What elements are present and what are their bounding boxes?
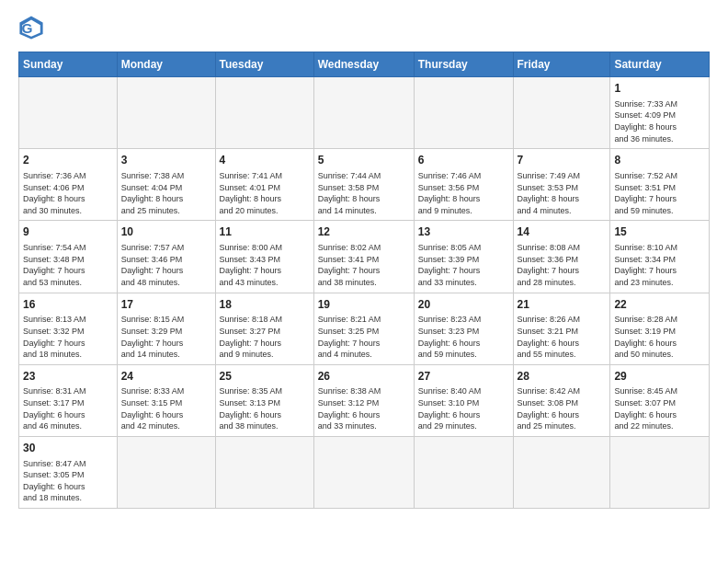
logo: G [18,15,48,40]
calendar-cell: 29Sunrise: 8:45 AM Sunset: 3:07 PM Dayli… [610,364,710,436]
day-info: Sunrise: 8:38 AM Sunset: 3:12 PM Dayligh… [318,385,410,431]
calendar-cell: 4Sunrise: 7:41 AM Sunset: 4:01 PM Daylig… [215,149,313,221]
day-number: 2 [23,153,113,168]
calendar-cell: 21Sunrise: 8:26 AM Sunset: 3:21 PM Dayli… [513,293,610,364]
day-number: 22 [614,297,705,313]
calendar-cell: 28Sunrise: 8:42 AM Sunset: 3:08 PM Dayli… [513,364,610,436]
calendar-cell [313,436,414,508]
calendar-cell: 7Sunrise: 7:49 AM Sunset: 3:53 PM Daylig… [513,149,610,221]
calendar-cell: 3Sunrise: 7:38 AM Sunset: 4:04 PM Daylig… [117,149,215,221]
calendar-cell: 17Sunrise: 8:15 AM Sunset: 3:29 PM Dayli… [117,293,215,364]
day-number: 7 [518,153,607,168]
day-number: 28 [518,369,607,385]
weekday-header-sunday: Sunday [19,52,118,77]
day-info: Sunrise: 8:23 AM Sunset: 3:23 PM Dayligh… [418,314,509,360]
day-info: Sunrise: 7:52 AM Sunset: 3:51 PM Dayligh… [614,170,705,216]
calendar-week-row: 23Sunrise: 8:31 AM Sunset: 3:17 PM Dayli… [19,364,710,436]
weekday-header-thursday: Thursday [414,52,513,77]
day-info: Sunrise: 8:28 AM Sunset: 3:19 PM Dayligh… [614,314,705,360]
calendar-week-row: 9Sunrise: 7:54 AM Sunset: 3:48 PM Daylig… [19,221,710,293]
day-info: Sunrise: 8:45 AM Sunset: 3:07 PM Dayligh… [614,385,705,431]
calendar-cell [19,77,118,149]
calendar-table: SundayMondayTuesdayWednesdayThursdayFrid… [18,52,710,509]
day-number: 3 [121,153,211,168]
day-info: Sunrise: 8:08 AM Sunset: 3:36 PM Dayligh… [518,242,607,288]
calendar-cell [313,77,414,149]
weekday-header-monday: Monday [117,52,215,77]
day-number: 6 [418,153,509,168]
day-number: 21 [518,297,607,313]
calendar-cell: 2Sunrise: 7:36 AM Sunset: 4:06 PM Daylig… [19,149,118,221]
weekday-header-saturday: Saturday [610,52,710,77]
day-number: 26 [318,369,410,385]
day-number: 16 [23,297,113,313]
day-number: 15 [614,224,705,240]
day-info: Sunrise: 8:13 AM Sunset: 3:32 PM Dayligh… [23,314,113,360]
day-number: 14 [518,224,607,240]
day-number: 4 [220,153,310,168]
weekday-header-friday: Friday [513,52,610,77]
day-number: 10 [121,224,211,240]
day-info: Sunrise: 7:46 AM Sunset: 3:56 PM Dayligh… [418,170,509,216]
calendar-week-row: 1Sunrise: 7:33 AM Sunset: 4:09 PM Daylig… [19,77,710,149]
calendar-cell: 18Sunrise: 8:18 AM Sunset: 3:27 PM Dayli… [215,293,313,364]
calendar-cell: 11Sunrise: 8:00 AM Sunset: 3:43 PM Dayli… [215,221,313,293]
day-number: 11 [220,224,310,240]
calendar-cell: 13Sunrise: 8:05 AM Sunset: 3:39 PM Dayli… [414,221,513,293]
generalblue-logo-icon: G [18,15,44,40]
calendar-week-row: 2Sunrise: 7:36 AM Sunset: 4:06 PM Daylig… [19,149,710,221]
calendar-cell [513,77,610,149]
calendar-cell [513,436,610,508]
day-info: Sunrise: 8:21 AM Sunset: 3:25 PM Dayligh… [318,314,410,360]
day-info: Sunrise: 8:05 AM Sunset: 3:39 PM Dayligh… [418,242,509,288]
calendar-cell: 30Sunrise: 8:47 AM Sunset: 3:05 PM Dayli… [19,436,118,508]
day-info: Sunrise: 8:00 AM Sunset: 3:43 PM Dayligh… [220,242,310,288]
calendar-cell [610,436,710,508]
day-number: 12 [318,224,410,240]
day-number: 1 [614,81,705,97]
day-number: 27 [418,369,509,385]
day-info: Sunrise: 8:42 AM Sunset: 3:08 PM Dayligh… [518,385,607,431]
calendar-cell: 15Sunrise: 8:10 AM Sunset: 3:34 PM Dayli… [610,221,710,293]
calendar-cell: 9Sunrise: 7:54 AM Sunset: 3:48 PM Daylig… [19,221,118,293]
day-number: 19 [318,297,410,313]
calendar-cell: 19Sunrise: 8:21 AM Sunset: 3:25 PM Dayli… [313,293,414,364]
calendar-week-row: 30Sunrise: 8:47 AM Sunset: 3:05 PM Dayli… [19,436,710,508]
calendar-cell: 23Sunrise: 8:31 AM Sunset: 3:17 PM Dayli… [19,364,118,436]
day-number: 24 [121,369,211,385]
day-info: Sunrise: 7:41 AM Sunset: 4:01 PM Dayligh… [220,170,310,216]
calendar-cell: 22Sunrise: 8:28 AM Sunset: 3:19 PM Dayli… [610,293,710,364]
calendar-cell: 1Sunrise: 7:33 AM Sunset: 4:09 PM Daylig… [610,77,710,149]
calendar-cell: 14Sunrise: 8:08 AM Sunset: 3:36 PM Dayli… [513,221,610,293]
weekday-header-tuesday: Tuesday [215,52,313,77]
calendar-header-row: SundayMondayTuesdayWednesdayThursdayFrid… [19,52,710,77]
day-info: Sunrise: 8:47 AM Sunset: 3:05 PM Dayligh… [23,458,113,504]
day-info: Sunrise: 8:31 AM Sunset: 3:17 PM Dayligh… [23,385,113,431]
day-info: Sunrise: 7:33 AM Sunset: 4:09 PM Dayligh… [614,98,705,144]
calendar-cell: 16Sunrise: 8:13 AM Sunset: 3:32 PM Dayli… [19,293,118,364]
day-number: 5 [318,153,410,168]
day-info: Sunrise: 8:02 AM Sunset: 3:41 PM Dayligh… [318,242,410,288]
day-number: 17 [121,297,211,313]
calendar-cell: 5Sunrise: 7:44 AM Sunset: 3:58 PM Daylig… [313,149,414,221]
calendar-cell: 25Sunrise: 8:35 AM Sunset: 3:13 PM Dayli… [215,364,313,436]
day-number: 25 [220,369,310,385]
day-info: Sunrise: 7:36 AM Sunset: 4:06 PM Dayligh… [23,170,113,216]
day-info: Sunrise: 8:35 AM Sunset: 3:13 PM Dayligh… [220,385,310,431]
day-info: Sunrise: 8:26 AM Sunset: 3:21 PM Dayligh… [518,314,607,360]
calendar-cell [117,436,215,508]
calendar-week-row: 16Sunrise: 8:13 AM Sunset: 3:32 PM Dayli… [19,293,710,364]
calendar-cell: 10Sunrise: 7:57 AM Sunset: 3:46 PM Dayli… [117,221,215,293]
day-info: Sunrise: 8:10 AM Sunset: 3:34 PM Dayligh… [614,242,705,288]
day-number: 20 [418,297,509,313]
day-info: Sunrise: 8:40 AM Sunset: 3:10 PM Dayligh… [418,385,509,431]
day-number: 8 [614,153,705,168]
calendar-cell: 20Sunrise: 8:23 AM Sunset: 3:23 PM Dayli… [414,293,513,364]
day-info: Sunrise: 8:33 AM Sunset: 3:15 PM Dayligh… [121,385,211,431]
day-info: Sunrise: 8:15 AM Sunset: 3:29 PM Dayligh… [121,314,211,360]
weekday-header-wednesday: Wednesday [313,52,414,77]
calendar-cell: 26Sunrise: 8:38 AM Sunset: 3:12 PM Dayli… [313,364,414,436]
calendar-cell: 6Sunrise: 7:46 AM Sunset: 3:56 PM Daylig… [414,149,513,221]
svg-text:G: G [22,20,33,36]
day-info: Sunrise: 7:57 AM Sunset: 3:46 PM Dayligh… [121,242,211,288]
